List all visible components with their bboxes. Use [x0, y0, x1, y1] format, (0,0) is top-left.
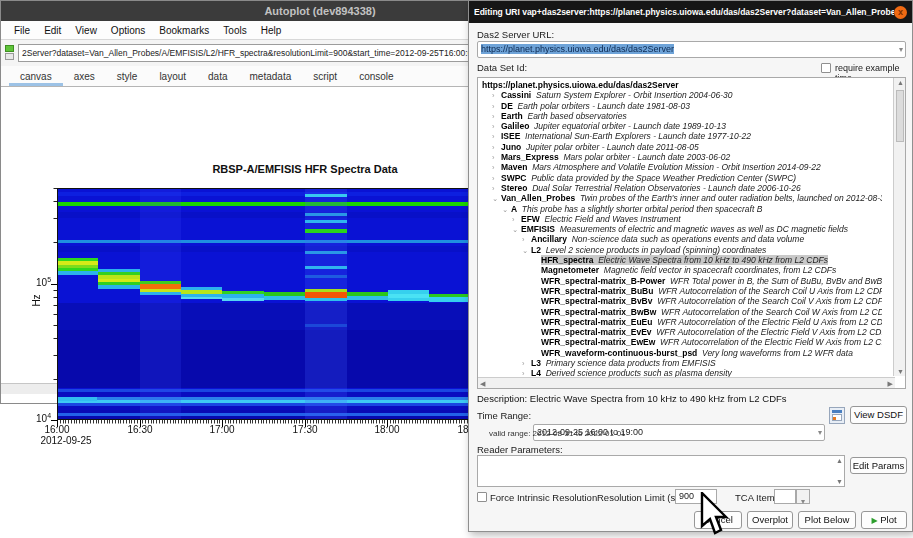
- scroll-up-icon[interactable]: ▲: [836, 457, 843, 464]
- tree-item-de[interactable]: ›DE Earth polar orbiters - Launch date 1…: [478, 101, 882, 111]
- tree-item-wfr-spectral-matrix-b-power[interactable]: WFR_spectral-matrix_B-Power WFR Total po…: [478, 276, 882, 286]
- tree-item-wfr-waveform-continuous-burst-psd[interactable]: WFR_waveform-continuous-burst_psd Very l…: [478, 348, 882, 358]
- scrollbar-thumb[interactable]: [896, 90, 904, 142]
- tree-item-wfr-spectral-matrix-bvbv[interactable]: WFR_spectral-matrix_BvBv WFR Autocorrela…: [478, 296, 882, 306]
- require-example-time-checkbox[interactable]: [821, 63, 831, 73]
- tree-item-description: Jupiter polar orbiter - Launch date 2011…: [521, 142, 699, 152]
- tree-item-emfisis[interactable]: ⌄EMFISIS Measurements of electric and ma…: [478, 224, 882, 234]
- tab-canvas[interactable]: canvas: [9, 68, 63, 86]
- tree-horizontal-scrollbar[interactable]: ◀ ▶: [478, 377, 895, 388]
- chevron-down-icon[interactable]: ▾: [818, 425, 822, 440]
- collapsed-arrow-icon[interactable]: ›: [522, 359, 531, 368]
- collapsed-arrow-icon[interactable]: ›: [492, 122, 501, 131]
- description-label: Description:: [477, 393, 527, 404]
- tree-item-name: https://planet.physics.uiowa.edu/das/das…: [482, 80, 679, 90]
- tree-item-https-planet-physics-uiowa-edu-das-das2server[interactable]: https://planet.physics.uiowa.edu/das/das…: [478, 80, 882, 90]
- collapsed-arrow-icon[interactable]: ›: [492, 102, 501, 111]
- scroll-left-icon[interactable]: ◀: [480, 380, 485, 388]
- collapsed-arrow-icon[interactable]: ›: [492, 174, 501, 183]
- tree-item-name: WFR_spectral-matrix_B-Power: [541, 276, 665, 286]
- scroll-down-icon[interactable]: ▼: [836, 478, 843, 485]
- menu-help[interactable]: Help: [254, 25, 289, 36]
- tree-item-efw[interactable]: ›EFW Electric Field and Waves Instrument: [478, 214, 882, 224]
- menu-options[interactable]: Options: [104, 25, 152, 36]
- force-intrinsic-resolution-checkbox[interactable]: [477, 492, 487, 502]
- menu-tools[interactable]: Tools: [216, 25, 253, 36]
- collapsed-arrow-icon[interactable]: ›: [492, 91, 501, 100]
- scroll-down-icon[interactable]: ▼: [897, 368, 904, 375]
- tree-item-wfr-spectral-matrix-eueu[interactable]: WFR_spectral-matrix_EuEu WFR Autocorrela…: [478, 317, 882, 327]
- tree-item-earth[interactable]: ›Earth Earth based observatories: [478, 111, 882, 121]
- tree-item-cassini[interactable]: ›Cassini Saturn System Explorer - Orbit …: [478, 90, 882, 100]
- collapsed-arrow-icon[interactable]: ›: [492, 184, 501, 193]
- chevron-down-icon[interactable]: ▾: [899, 42, 903, 57]
- tree-vertical-scrollbar[interactable]: ▲ ▼: [893, 78, 905, 376]
- close-icon[interactable]: x: [894, 6, 907, 19]
- server-url-value: https://planet.physics.uiowa.edu/das/das…: [481, 44, 674, 54]
- expanded-arrow-icon[interactable]: ⌄: [512, 225, 521, 234]
- view-dsdf-button[interactable]: View DSDF: [850, 406, 907, 424]
- tree-item-swpc[interactable]: ›SWPC Public data provided by the Space …: [478, 173, 882, 183]
- reader-params-textarea[interactable]: ▲ ▼: [477, 455, 845, 487]
- tree-item-isee[interactable]: ›ISEE International Sun-Earth Explorers …: [478, 131, 882, 141]
- server-url-combobox[interactable]: https://planet.physics.uiowa.edu/das/das…: [477, 41, 906, 58]
- tab-metadata[interactable]: metadata: [239, 68, 303, 86]
- tree-item-wfr-spectral-matrix-evev[interactable]: WFR_spectral-matrix_EvEv WFR Autocorrela…: [478, 327, 882, 337]
- scroll-up-icon[interactable]: ▲: [897, 79, 904, 86]
- tree-item-maven[interactable]: ›Maven Mars Atmosphere and Volatile Evol…: [478, 162, 882, 172]
- menu-file[interactable]: File: [7, 25, 37, 36]
- tree-item-name: HFR_spectra: [541, 255, 593, 265]
- tree-item-wfr-spectral-matrix-ewew[interactable]: WFR_spectral-matrix_EwEw WFR Autocorrela…: [478, 337, 882, 347]
- tab-console[interactable]: console: [348, 68, 404, 86]
- tree-item-name: WFR_spectral-matrix_EvEv: [541, 327, 652, 337]
- tab-style[interactable]: style: [106, 68, 149, 86]
- edit-params-button[interactable]: Edit Params: [850, 457, 907, 474]
- tab-script[interactable]: script: [302, 68, 348, 86]
- collapsed-arrow-icon[interactable]: ›: [512, 215, 521, 224]
- tca-dropdown-button[interactable]: ▾: [796, 489, 810, 504]
- collapsed-arrow-icon[interactable]: ›: [492, 132, 501, 141]
- tree-item-a[interactable]: ⌄A This probe has a slightly shorter orb…: [478, 204, 882, 214]
- expanded-arrow-icon[interactable]: ⌄: [502, 205, 511, 214]
- x-tick-label: 16:30: [127, 424, 152, 435]
- tree-item-van-allen-probes[interactable]: ⌄Van_Allen_Probes Twin probes of the Ear…: [478, 193, 882, 203]
- tree-item-name: Juno: [501, 142, 521, 152]
- tca-item-combobox[interactable]: [774, 489, 796, 504]
- tca-item-label: TCA Item:: [735, 492, 777, 503]
- plot-title: RBSP-A/EMFISIS HFR Spectra Data: [160, 163, 450, 175]
- overplot-button[interactable]: Overplot: [747, 511, 793, 529]
- expanded-arrow-icon[interactable]: ⌄: [522, 246, 531, 255]
- tree-item-galileo[interactable]: ›Galileo Jupiter equatorial orbiter - La…: [478, 121, 882, 131]
- tree-item-magnetometer[interactable]: Magnetometer Magnetic field vector in sp…: [478, 265, 882, 275]
- tree-item-mars-express[interactable]: ›Mars_Express Mars polar orbiter - Launc…: [478, 152, 882, 162]
- tree-item-ancillary[interactable]: ›Ancillary Non-science data such as oper…: [478, 234, 882, 244]
- menu-bookmarks[interactable]: Bookmarks: [152, 25, 216, 36]
- plot-button[interactable]: ▶ Plot: [861, 511, 907, 529]
- tree-item-wfr-spectral-matrix-bubu[interactable]: WFR_spectral-matrix_BuBu WFR Autocorrela…: [478, 286, 882, 296]
- tree-item-hfr-spectra[interactable]: HFR_spectra Electric Wave Spectra from 1…: [478, 255, 882, 265]
- tree-item-stereo[interactable]: ›Stereo Dual Solar Terrestrial Relation …: [478, 183, 882, 193]
- tab-axes[interactable]: axes: [63, 68, 106, 86]
- plot-below-button[interactable]: Plot Below: [798, 511, 856, 529]
- collapsed-arrow-icon[interactable]: ›: [492, 143, 501, 152]
- calendar-button[interactable]: [829, 407, 845, 424]
- tree-item-name: Magnetometer: [541, 265, 599, 275]
- scroll-right-icon[interactable]: ▶: [888, 380, 893, 388]
- collapsed-arrow-icon[interactable]: ›: [492, 112, 501, 121]
- tree-item-wfr-spectral-matrix-bwbw[interactable]: WFR_spectral-matrix_BwBw WFR Autocorrela…: [478, 307, 882, 317]
- dialog-titlebar[interactable]: Editing URI vap+das2server:https://plane…: [469, 1, 912, 23]
- menu-edit[interactable]: Edit: [37, 25, 68, 36]
- collapsed-arrow-icon[interactable]: ›: [492, 163, 501, 172]
- tab-data[interactable]: data: [197, 68, 238, 86]
- tree-item-juno[interactable]: ›Juno Jupiter polar orbiter - Launch dat…: [478, 142, 882, 152]
- tree-item-name: WFR_spectral-matrix_BvBv: [541, 296, 652, 306]
- collapsed-arrow-icon[interactable]: ›: [522, 235, 531, 244]
- tree-item-l2[interactable]: ⌄L2 Level 2 science products in payload …: [478, 245, 882, 255]
- menu-view[interactable]: View: [68, 25, 104, 36]
- tree-item-l3[interactable]: ›L3 Primary science data products from E…: [478, 358, 882, 368]
- tree-item-description: Earth based observatories: [523, 111, 627, 121]
- expanded-arrow-icon[interactable]: ⌄: [492, 194, 501, 203]
- collapsed-arrow-icon[interactable]: ›: [492, 153, 501, 162]
- tab-layout[interactable]: layout: [148, 68, 197, 86]
- dataset-tree[interactable]: https://planet.physics.uiowa.edu/das/das…: [477, 77, 906, 389]
